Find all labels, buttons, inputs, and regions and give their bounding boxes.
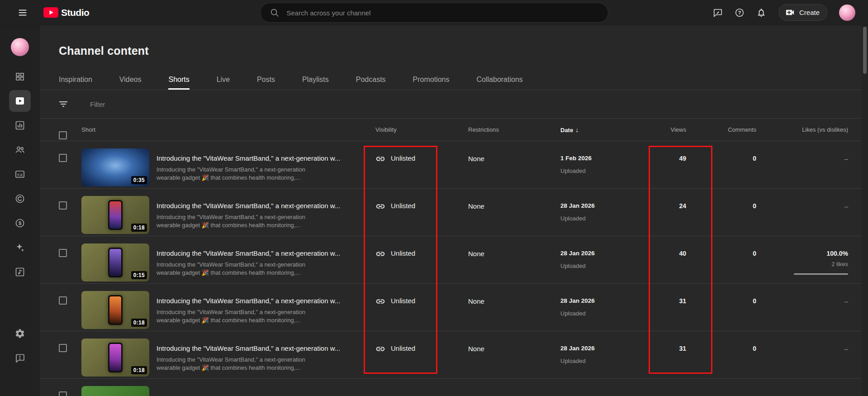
copyright-icon xyxy=(14,193,25,204)
sidebar-item-content[interactable] xyxy=(9,90,31,112)
tab-playlists[interactable]: Playlists xyxy=(302,71,329,90)
column-header-views: Views xyxy=(651,126,686,133)
column-header-likes: Likes (vs dislikes) xyxy=(756,126,848,133)
tab-promotions[interactable]: Promotions xyxy=(413,71,450,90)
tab-inspiration[interactable]: Inspiration xyxy=(59,71,92,90)
visibility-label[interactable]: Unlisted xyxy=(391,249,415,258)
column-header-date[interactable]: Date↓ xyxy=(560,126,651,134)
duration-badge: 0:18 xyxy=(131,366,147,374)
unlisted-link-icon xyxy=(375,154,385,164)
video-description: Introducing the "VitaWear SmartBand," a … xyxy=(157,356,325,372)
hamburger-menu-button[interactable] xyxy=(14,4,32,22)
send-feedback-button[interactable] xyxy=(709,4,727,22)
sidebar-item-subtitles[interactable] xyxy=(9,163,31,185)
youtube-studio-logo[interactable]: Studio xyxy=(43,7,89,18)
views-value xyxy=(651,379,686,396)
topbar: Studio ? Create xyxy=(0,0,868,25)
video-title[interactable]: Introducing the "VitaWear SmartBand," a … xyxy=(157,249,340,258)
tab-collaborations[interactable]: Collaborations xyxy=(477,71,523,90)
video-title[interactable]: Introducing the "VitaWear SmartBand," a … xyxy=(157,344,340,353)
restrictions-label: None xyxy=(468,189,560,236)
visibility-label[interactable]: Unlisted xyxy=(391,296,415,305)
tab-podcasts[interactable]: Podcasts xyxy=(356,71,386,90)
tab-videos[interactable]: Videos xyxy=(119,71,142,90)
sidebar-item-feedback[interactable] xyxy=(9,347,31,369)
scrollbar-thumb[interactable] xyxy=(863,27,867,74)
sidebar-item-customization[interactable] xyxy=(9,237,31,258)
visibility-label[interactable]: Unlisted xyxy=(391,201,415,210)
row-checkbox[interactable] xyxy=(59,344,67,352)
create-button[interactable]: Create xyxy=(778,4,827,21)
views-value: 49 xyxy=(651,141,686,188)
sidebar-item-dashboard[interactable] xyxy=(9,66,31,87)
filter-bar xyxy=(40,90,868,119)
comments-value: 0 xyxy=(686,236,756,283)
row-checkbox[interactable] xyxy=(59,154,67,162)
duration-badge: 0:15 xyxy=(131,271,147,279)
dashboard-icon xyxy=(14,71,25,82)
audio-library-icon xyxy=(14,267,25,277)
restrictions-label: None xyxy=(468,236,560,283)
video-thumbnail[interactable]: 0:15 xyxy=(81,243,149,281)
table-row: 0:18 Introducing the "VitaWear SmartBand… xyxy=(40,189,868,236)
help-button[interactable]: ? xyxy=(730,4,749,22)
row-checkbox[interactable] xyxy=(59,201,67,210)
notifications-button[interactable] xyxy=(752,4,770,22)
video-title[interactable]: Introducing the "VitaWear SmartBand," a … xyxy=(157,201,340,210)
channel-avatar[interactable] xyxy=(11,38,29,56)
video-description: Introducing the "VitaWear SmartBand," a … xyxy=(157,166,325,182)
table-row: 0:15 Introducing the "VitaWear SmartBand… xyxy=(40,236,868,284)
row-checkbox[interactable] xyxy=(59,249,67,257)
table-row xyxy=(40,379,868,396)
tab-shorts[interactable]: Shorts xyxy=(168,71,189,90)
video-thumbnail[interactable] xyxy=(81,386,149,396)
content-icon xyxy=(14,95,25,106)
date-value: 28 Jan 2026 xyxy=(560,345,651,352)
thumbnail-phone-graphic xyxy=(108,200,123,230)
tab-posts[interactable]: Posts xyxy=(257,71,275,90)
date-type: Uploaded xyxy=(560,215,651,222)
date-value: 28 Jan 2026 xyxy=(560,250,651,257)
likes-detail: 100.0% 2 likes xyxy=(756,250,848,275)
video-thumbnail[interactable]: 0:18 xyxy=(81,339,149,377)
unlisted-link-icon xyxy=(375,249,385,259)
bell-icon xyxy=(756,8,766,18)
sidebar-item-settings[interactable] xyxy=(9,323,31,344)
sidebar-item-earn[interactable]: $ xyxy=(9,212,31,234)
comments-value: 0 xyxy=(686,141,756,188)
scrollbar-track[interactable] xyxy=(862,25,868,396)
visibility-label[interactable]: Unlisted xyxy=(391,344,415,353)
search-icon xyxy=(270,8,280,18)
hamburger-icon xyxy=(18,8,28,18)
thumbnail-phone-graphic xyxy=(108,248,123,277)
restrictions-label: None xyxy=(468,331,560,378)
video-title[interactable]: Introducing the "VitaWear SmartBand," a … xyxy=(157,154,340,163)
visibility-label[interactable]: Unlisted xyxy=(391,154,415,163)
account-avatar[interactable] xyxy=(839,5,855,21)
video-thumbnail[interactable]: 0:18 xyxy=(81,196,149,234)
views-value: 31 xyxy=(651,331,686,378)
date-type: Uploaded xyxy=(560,310,651,317)
likes-count: 2 likes xyxy=(756,261,848,267)
row-checkbox[interactable] xyxy=(59,296,67,305)
sidebar-item-audio-library[interactable] xyxy=(9,261,31,283)
sidebar-item-community[interactable] xyxy=(9,139,31,161)
filter-input[interactable] xyxy=(90,100,280,108)
restrictions-label: None xyxy=(468,284,560,331)
tab-live[interactable]: Live xyxy=(217,71,230,90)
sidebar-item-analytics[interactable] xyxy=(9,115,31,136)
video-thumbnail[interactable]: 0:35 xyxy=(81,148,149,186)
send-feedback-icon xyxy=(14,353,25,363)
svg-text:$: $ xyxy=(18,220,21,226)
duration-badge: 0:18 xyxy=(131,319,147,327)
video-thumbnail[interactable]: 0:18 xyxy=(81,291,149,329)
sidebar-item-copyright[interactable] xyxy=(9,188,31,210)
select-all-checkbox[interactable] xyxy=(59,131,67,139)
video-description: Introducing the "VitaWear SmartBand," a … xyxy=(157,308,325,324)
search-input[interactable] xyxy=(287,9,608,17)
row-checkbox[interactable] xyxy=(59,391,67,396)
create-button-label: Create xyxy=(799,9,820,16)
page-title: Channel content xyxy=(59,44,868,57)
duration-badge: 0:35 xyxy=(131,176,147,184)
video-title[interactable]: Introducing the "VitaWear SmartBand," a … xyxy=(157,296,340,305)
